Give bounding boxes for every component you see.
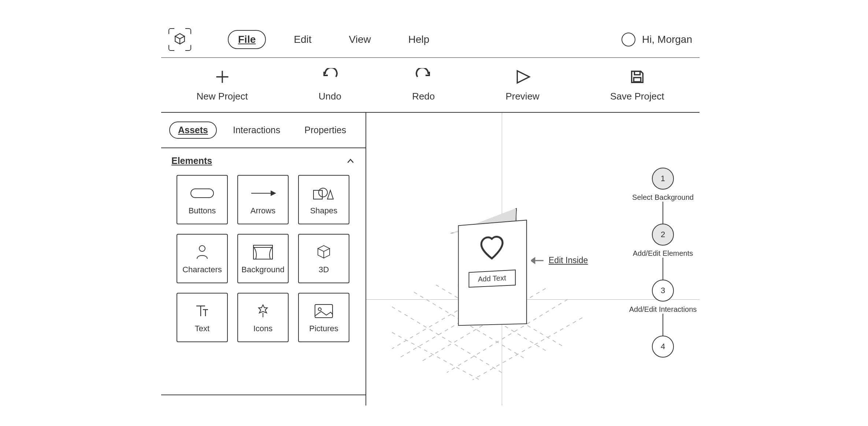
svg-line-25	[392, 332, 480, 380]
svg-rect-5	[191, 189, 214, 198]
step-label: Select Background	[632, 193, 694, 202]
redo-button[interactable]: Redo	[412, 68, 435, 102]
arrow-right-icon	[250, 189, 276, 198]
leaf-icon	[256, 303, 270, 319]
svg-marker-7	[271, 191, 275, 195]
element-label: Icons	[253, 324, 273, 333]
card-object[interactable]: Add Text	[450, 215, 524, 318]
app-logo[interactable]	[168, 28, 191, 51]
element-buttons[interactable]: Buttons	[177, 175, 228, 224]
menu-edit[interactable]: Edit	[284, 31, 321, 48]
chevron-up-icon	[346, 156, 355, 166]
element-label: Shapes	[310, 206, 338, 216]
svg-point-20	[318, 308, 321, 311]
svg-marker-32	[531, 258, 535, 263]
edit-inside-link[interactable]: Edit Inside	[531, 255, 588, 265]
cube-icon	[316, 244, 332, 260]
step-1[interactable]: 1 Select Background	[632, 168, 694, 202]
tab-interactions[interactable]: Interactions	[225, 122, 288, 138]
element-label: Text	[195, 324, 209, 333]
left-panel: Assets Interactions Properties Elements …	[161, 113, 366, 406]
step-connector	[663, 314, 663, 336]
toolbar: New Project Undo Redo P	[161, 58, 700, 113]
panel-bottom-divider	[161, 395, 366, 406]
toolbar-label: Save Project	[610, 91, 664, 102]
steps-panel: 1 Select Background 2 Add/Edit Elements …	[623, 168, 703, 361]
element-label: Pictures	[309, 324, 338, 333]
step-label: Add/Edit Interactions	[629, 305, 697, 314]
svg-rect-8	[314, 190, 322, 199]
svg-marker-2	[517, 71, 529, 83]
step-number: 2	[652, 224, 674, 246]
element-label: Characters	[182, 265, 222, 274]
edit-inside-label: Edit Inside	[549, 255, 588, 265]
play-icon	[513, 69, 532, 85]
element-pictures[interactable]: Pictures	[298, 293, 349, 342]
canvas[interactable]: Add Text Edit Inside 1 Select Background…	[366, 113, 700, 406]
svg-rect-3	[634, 77, 641, 82]
panel-tabs: Assets Interactions Properties	[161, 113, 366, 148]
text-t-icon	[194, 303, 210, 319]
svg-rect-4	[634, 71, 640, 75]
card-front-face[interactable]: Add Text	[458, 220, 527, 326]
element-3d[interactable]: 3D	[298, 234, 349, 283]
tab-properties[interactable]: Properties	[296, 122, 354, 138]
cube-icon	[174, 33, 186, 45]
step-number: 1	[652, 168, 674, 190]
undo-icon	[321, 68, 339, 86]
svg-marker-10	[327, 190, 333, 199]
curtains-icon	[253, 244, 273, 260]
svg-line-29	[472, 318, 582, 380]
step-connector	[663, 258, 663, 280]
step-2[interactable]: 2 Add/Edit Elements	[633, 224, 693, 258]
svg-point-11	[199, 246, 205, 251]
add-text-button[interactable]: Add Text	[469, 269, 516, 287]
person-icon	[195, 244, 209, 260]
svg-rect-19	[315, 304, 333, 318]
menu-view[interactable]: View	[339, 31, 380, 48]
save-icon	[629, 68, 646, 85]
element-label: 3D	[319, 265, 329, 274]
step-number: 3	[652, 280, 674, 302]
step-label: Add/Edit Elements	[633, 249, 693, 258]
element-grid: Buttons Arrows Shapes Characters Backgro…	[161, 171, 366, 353]
step-4[interactable]: 4	[652, 336, 674, 361]
svg-point-9	[319, 188, 327, 197]
main-menu: File Edit View Help	[228, 30, 439, 49]
element-text[interactable]: Text	[177, 293, 228, 342]
menu-file[interactable]: File	[228, 30, 266, 49]
toolbar-label: New Project	[197, 91, 248, 102]
element-characters[interactable]: Characters	[177, 234, 228, 283]
element-arrows[interactable]: Arrows	[237, 175, 289, 224]
step-number: 4	[652, 336, 674, 358]
new-project-button[interactable]: New Project	[197, 68, 248, 102]
arrow-left-icon	[531, 257, 544, 264]
elements-section-header[interactable]: Elements	[161, 148, 366, 171]
elements-title: Elements	[171, 156, 212, 166]
element-label: Buttons	[189, 206, 216, 216]
step-3[interactable]: 3 Add/Edit Interactions	[629, 280, 697, 314]
preview-button[interactable]: Preview	[505, 68, 539, 102]
element-background[interactable]: Background	[237, 234, 289, 283]
step-connector	[663, 202, 663, 224]
image-icon	[314, 303, 334, 319]
undo-button[interactable]: Undo	[319, 68, 341, 102]
redo-icon	[415, 68, 432, 86]
save-project-button[interactable]: Save Project	[610, 68, 664, 102]
tab-assets[interactable]: Assets	[169, 122, 217, 139]
element-label: Arrows	[251, 206, 275, 216]
plus-icon	[214, 69, 230, 85]
element-label: Background	[241, 265, 284, 274]
toolbar-label: Preview	[505, 91, 539, 102]
avatar-icon	[622, 33, 635, 46]
shapes-icon	[312, 185, 335, 201]
toolbar-label: Undo	[319, 91, 341, 102]
user-area[interactable]: Hi, Morgan	[622, 33, 692, 46]
element-icons[interactable]: Icons	[237, 293, 289, 342]
header: File Edit View Help Hi, Morgan	[161, 21, 700, 58]
button-pill-icon	[190, 188, 214, 198]
menu-help[interactable]: Help	[399, 31, 439, 48]
heart-icon	[476, 232, 508, 263]
element-shapes[interactable]: Shapes	[298, 175, 349, 224]
user-greeting: Hi, Morgan	[642, 34, 692, 45]
